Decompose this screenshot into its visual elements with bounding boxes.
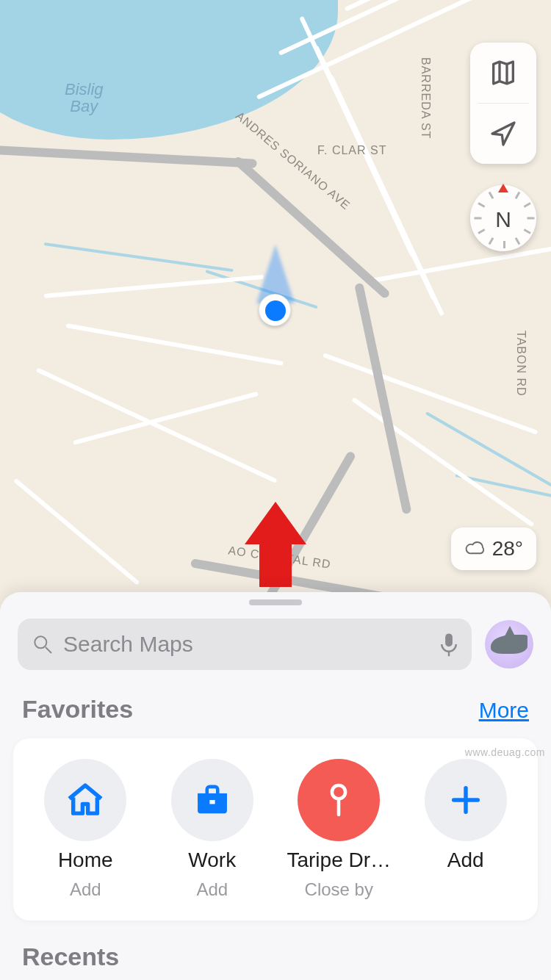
house-icon — [64, 779, 107, 821]
svg-point-7 — [332, 785, 345, 799]
bay-label: Bislig Bay — [65, 81, 104, 115]
search-placeholder: Search Maps — [63, 632, 431, 657]
favorite-home[interactable]: Home Add — [22, 759, 149, 900]
river — [44, 242, 234, 272]
profile-avatar[interactable] — [485, 620, 533, 669]
watermark: www.deuag.com — [465, 746, 545, 758]
road — [367, 246, 551, 284]
favorite-add-circle — [425, 759, 507, 841]
road — [351, 397, 534, 527]
shark-icon — [491, 635, 527, 654]
street-label: TABON RD — [514, 331, 527, 396]
favorites-card: Home Add Work Add Taripe Dr… Close by Ad… — [13, 738, 538, 920]
map-canvas[interactable]: Bislig Bay ANDRES SORIANO AVE BARREDA ST… — [0, 0, 551, 610]
favorite-work[interactable]: Work Add — [149, 759, 276, 900]
briefcase-icon — [191, 779, 234, 821]
svg-rect-2 — [445, 633, 453, 646]
locate-me-button[interactable] — [470, 104, 536, 164]
road — [36, 367, 278, 483]
favorite-sub: Add — [70, 879, 101, 900]
road — [65, 323, 283, 366]
sheet-grabber[interactable] — [249, 599, 302, 605]
plus-icon — [444, 779, 487, 821]
water-shape — [0, 0, 338, 140]
road — [13, 478, 140, 586]
favorite-label: Work — [188, 849, 236, 872]
temperature-value: 28° — [492, 537, 523, 561]
map-icon — [489, 58, 518, 87]
road — [44, 275, 264, 298]
cloud-icon — [464, 538, 486, 560]
main-road — [0, 145, 257, 168]
map-mode-button[interactable] — [470, 43, 536, 103]
favorite-label: Home — [58, 849, 113, 872]
location-arrow-icon — [489, 119, 518, 148]
favorites-more-link[interactable]: More — [479, 698, 529, 723]
search-icon — [31, 633, 54, 656]
favorite-pinned[interactable]: Taripe Dr… Close by — [276, 759, 403, 900]
compass-button[interactable]: N — [470, 185, 536, 251]
street-label: F. CLAR ST — [317, 144, 386, 157]
favorites-title: Favorites — [22, 695, 133, 724]
svg-line-1 — [46, 647, 51, 653]
main-road — [354, 283, 411, 515]
road — [323, 353, 538, 435]
weather-chip[interactable]: 28° — [451, 527, 536, 570]
svg-rect-6 — [209, 800, 215, 804]
compass-ticks — [470, 185, 536, 251]
bottom-sheet[interactable]: Search Maps Favorites More Home Add Work… — [0, 592, 551, 980]
current-location-dot — [259, 294, 291, 326]
favorite-sub: Close by — [305, 879, 373, 900]
microphone-icon[interactable] — [439, 632, 458, 657]
search-input[interactable]: Search Maps — [18, 619, 472, 670]
favorite-work-circle — [171, 759, 253, 841]
favorite-label: Taripe Dr… — [287, 849, 391, 872]
favorite-label: Add — [447, 849, 484, 872]
favorite-pinned-circle — [298, 759, 380, 841]
favorite-home-circle — [44, 759, 126, 841]
map-controls — [470, 43, 536, 164]
pin-icon — [317, 779, 360, 821]
river — [425, 411, 551, 487]
favorite-add[interactable]: Add — [403, 759, 530, 900]
svg-point-0 — [35, 636, 46, 648]
street-label: BARREDA ST — [419, 57, 432, 139]
favorites-header: Favorites More — [0, 670, 551, 732]
recents-title: Recents — [0, 920, 551, 971]
favorite-sub: Add — [196, 879, 228, 900]
